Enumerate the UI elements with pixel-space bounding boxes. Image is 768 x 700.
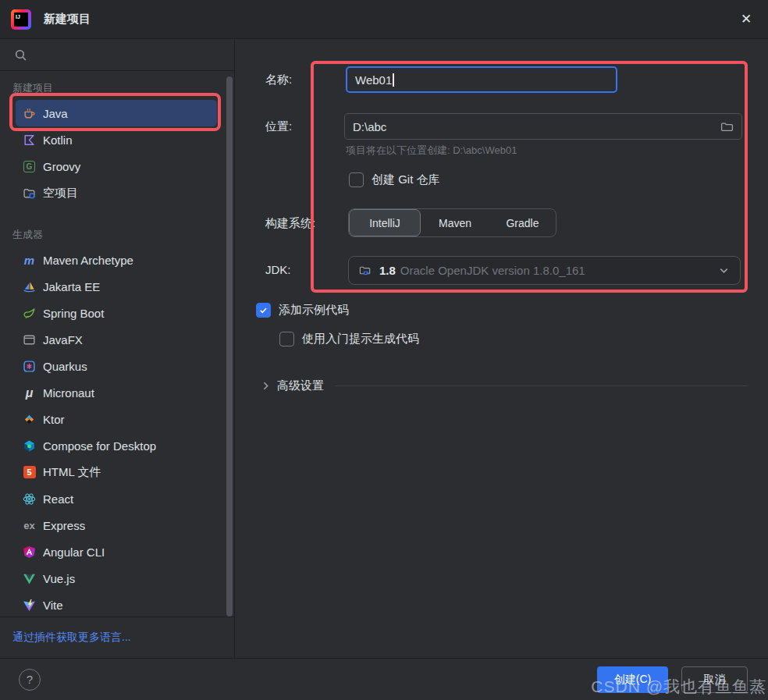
quarkus-icon [23,360,36,373]
jdk-label: JDK: [265,263,291,276]
name-label: 名称: [265,73,292,87]
sidebar-item-label: 空项目 [43,186,78,201]
divider [335,386,748,386]
sidebar-item-label: Groovy [43,160,80,173]
sidebar-item-label: Micronaut [43,386,94,400]
folder-icon[interactable] [720,120,734,133]
sidebar-item-micronaut[interactable]: μ Micronaut [16,379,217,406]
sidebar-item-jakarta-ee[interactable]: Jakarta EE [16,273,217,300]
dialog-title: 新建项目 [44,12,91,27]
javafx-icon [23,333,36,346]
section-header-new-project: 新建项目 [0,72,234,100]
sidebar-item-vite[interactable]: Vite [16,592,217,616]
onboarding-checkbox-row: 使用入门提示生成代码 [279,332,419,346]
build-option-gradle[interactable]: Gradle [489,209,556,236]
compose-desktop-icon [23,439,36,453]
sidebar-item-label: Jakarta EE [43,280,100,293]
sidebar-item-label: HTML 文件 [43,465,101,480]
sidebar-item-label: Vite [43,599,63,612]
more-languages-link[interactable]: 通过插件获取更多语言... [12,631,131,645]
build-option-maven[interactable]: Maven [421,209,489,236]
cancel-button[interactable]: 取消 [681,666,748,693]
search-icon [14,48,27,62]
intellij-logo-icon: IJ [11,9,31,30]
advanced-settings-label: 高级设置 [277,378,324,393]
sidebar-item-label: Kotlin [43,133,73,147]
new-project-dialog: IJ 新建项目 ✕ 新建项目 Java Kotlin [0,0,768,700]
maven-icon: m [23,254,36,267]
jakarta-ee-icon [23,280,36,293]
sidebar-item-label: Express [43,519,85,532]
text-caret [393,73,394,87]
sidebar-item-label: React [43,492,73,506]
sidebar: 新建项目 Java Kotlin G Groovy [0,40,235,658]
sidebar-item-label: Maven Archetype [43,254,133,267]
sidebar-item-groovy[interactable]: G Groovy [16,153,217,179]
titlebar: IJ 新建项目 ✕ [0,0,768,39]
java-icon [23,107,36,120]
chevron-down-icon [717,264,731,277]
sidebar-item-label: Vue.js [43,572,75,585]
sidebar-list: 新建项目 Java Kotlin G Groovy [0,72,234,616]
git-checkbox-row: 创建 Git 仓库 [349,172,440,187]
sidebar-item-quarkus[interactable]: Quarkus [16,353,217,379]
advanced-settings-toggle[interactable]: 高级设置 [259,378,748,393]
sidebar-item-label: Quarkus [43,360,87,373]
jdk-folder-icon [358,264,373,277]
groovy-icon: G [23,160,36,173]
git-checkbox[interactable] [349,172,364,187]
name-input[interactable]: Web01 [346,66,617,93]
sidebar-item-label: Java [43,107,68,120]
jdk-detail: Oracle OpenJDK version 1.8.0_161 [400,264,585,277]
sidebar-footer: 通过插件获取更多语言... [0,616,234,658]
build-system-segmented-control: IntelliJ Maven Gradle [348,208,556,237]
name-input-value: Web01 [355,73,392,87]
sidebar-item-kotlin[interactable]: Kotlin [16,126,217,153]
html5-icon: 5 [23,466,36,479]
sidebar-item-angular-cli[interactable]: Angular CLI [16,538,217,565]
sidebar-item-label: Ktor [43,413,65,426]
section-header-generators: 生成器 [0,206,234,247]
create-button[interactable]: 创建(C) [597,666,668,693]
chevron-right-icon [259,379,272,393]
git-checkbox-label: 创建 Git 仓库 [372,172,440,187]
onboarding-checkbox[interactable] [279,332,294,346]
sidebar-item-label: Compose for Desktop [43,439,156,453]
ktor-icon [23,413,36,426]
kotlin-icon [23,133,36,147]
sidebar-item-label: JavaFX [43,333,83,346]
onboarding-label: 使用入门提示生成代码 [302,332,419,346]
close-icon[interactable]: ✕ [735,9,757,30]
sidebar-item-javafx[interactable]: JavaFX [16,326,217,353]
sidebar-scrollbar[interactable] [226,76,233,616]
sample-code-label: 添加示例代码 [279,303,349,318]
sidebar-item-maven-archetype[interactable]: m Maven Archetype [16,247,217,273]
intellij-logo-letters: IJ [14,12,28,27]
sidebar-item-react[interactable]: React [16,485,217,512]
vue-icon [23,572,36,585]
sidebar-item-spring-boot[interactable]: Spring Boot [16,300,217,326]
empty-project-icon [23,187,36,200]
jdk-version: 1.8 [379,264,396,277]
sidebar-item-ktor[interactable]: Ktor [16,406,217,432]
location-input[interactable]: D:\abc [344,113,742,140]
sidebar-item-empty-project[interactable]: 空项目 [16,179,217,206]
build-option-intellij[interactable]: IntelliJ [349,209,421,236]
help-button[interactable]: ? [19,669,41,691]
location-label: 位置: [265,119,292,134]
react-icon [23,492,36,506]
sample-code-checkbox[interactable] [256,303,271,318]
sidebar-item-java[interactable]: Java [16,100,217,126]
sidebar-item-html-file[interactable]: 5 HTML 文件 [16,459,217,485]
jdk-dropdown[interactable]: 1.8 Oracle OpenJDK version 1.8.0_161 [348,256,741,285]
express-icon: ex [23,519,36,532]
main-panel: 名称: Web01 位置: D:\abc 项目将在以下位置创建: D:\abc\… [235,40,768,658]
sidebar-item-compose-for-desktop[interactable]: Compose for Desktop [16,432,217,459]
search-row[interactable] [0,40,234,71]
sidebar-item-express[interactable]: ex Express [16,512,217,538]
sidebar-item-vuejs[interactable]: Vue.js [16,565,217,592]
vite-icon [23,599,36,612]
angular-icon [23,545,36,559]
sample-code-checkbox-row: 添加示例代码 [256,303,349,318]
location-hint: 项目将在以下位置创建: D:\abc\Web01 [346,144,517,158]
